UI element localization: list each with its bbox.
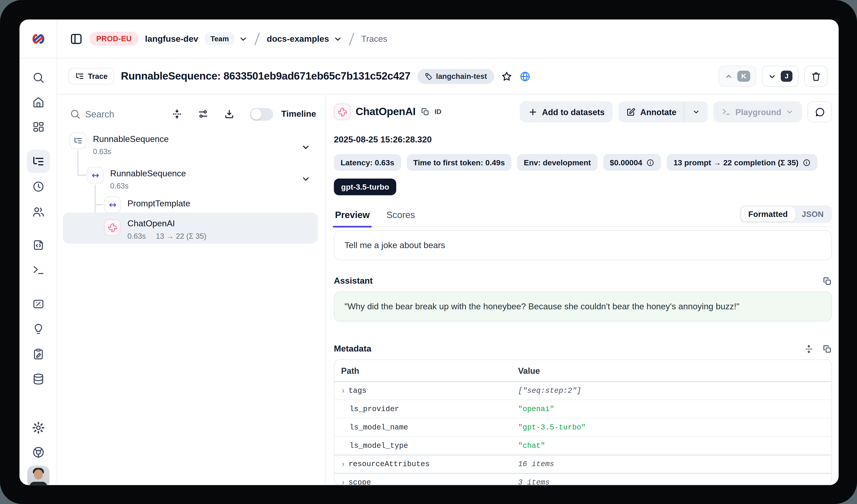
- tab-preview[interactable]: Preview: [334, 210, 371, 227]
- sidebar-item-tracing-active[interactable]: [27, 150, 50, 173]
- sessions-clock-icon[interactable]: [32, 180, 45, 193]
- collapse-node-icon[interactable]: [301, 174, 310, 184]
- metadata-value: "openai": [518, 405, 831, 413]
- span-node-icon: [104, 196, 121, 213]
- tree-node-label[interactable]: RunnableSequence: [110, 169, 186, 179]
- metadata-table-header: Path Value: [334, 360, 831, 381]
- copy-icon[interactable]: [823, 344, 832, 353]
- table-row[interactable]: ›resourceAttributes 16 items: [334, 454, 831, 473]
- json-option[interactable]: JSON: [795, 207, 830, 221]
- tab-scores[interactable]: Scores: [385, 210, 416, 227]
- prompts-file-code-icon[interactable]: [32, 239, 45, 251]
- org-name[interactable]: langfuse-dev: [145, 34, 198, 44]
- add-to-datasets-button[interactable]: Add to datasets: [520, 101, 613, 122]
- title-bar-actions: K J: [719, 66, 827, 87]
- support-lifebuoy-icon[interactable]: [31, 446, 45, 459]
- environment-badge[interactable]: PROD-EU: [90, 32, 138, 46]
- org-switcher[interactable]: Team: [205, 32, 248, 45]
- copy-icon[interactable]: [823, 276, 832, 285]
- tree-connector: [77, 175, 86, 176]
- format-toggle: Formatted JSON: [739, 205, 832, 223]
- trace-node-icon: [69, 132, 86, 149]
- expand-chevron-icon[interactable]: ›: [341, 459, 345, 469]
- playground-button[interactable]: Playground: [713, 101, 802, 122]
- dashboard-icon[interactable]: [32, 121, 45, 134]
- formatted-option[interactable]: Formatted: [741, 207, 795, 221]
- expand-chevron-icon[interactable]: ›: [341, 478, 345, 485]
- panel-left-icon[interactable]: [69, 32, 83, 45]
- timeline-label: Timeline: [281, 109, 316, 119]
- breadcrumb-section[interactable]: Traces: [361, 34, 387, 44]
- assistant-label: Assistant: [334, 276, 373, 286]
- trace-tag-label: langchain-test: [436, 72, 487, 80]
- env-badge: Env: development: [517, 154, 598, 171]
- tokens-badge[interactable]: 13 prompt → 22 completion (Σ 35): [667, 154, 818, 171]
- observation-id-label[interactable]: ID: [435, 108, 441, 116]
- list-tree-icon: [75, 72, 84, 81]
- span-node-icon: [87, 167, 103, 184]
- expand-rows-icon[interactable]: [804, 344, 814, 353]
- user-avatar[interactable]: [27, 466, 49, 485]
- table-row[interactable]: ls_provider "openai": [334, 399, 831, 418]
- annotation-clipboard-icon[interactable]: [32, 348, 45, 361]
- trace-tag[interactable]: langchain-test: [417, 69, 494, 84]
- playground-terminal-icon[interactable]: [32, 264, 45, 277]
- metadata-heading: Metadata: [334, 344, 371, 354]
- tag-icon: [424, 72, 433, 80]
- insights-lightbulb-icon[interactable]: [32, 323, 45, 335]
- cost-badge[interactable]: $0.00004: [603, 154, 661, 171]
- users-icon[interactable]: [31, 205, 45, 219]
- column-value: Value: [518, 366, 831, 375]
- tree-node-duration: 0.63s: [128, 232, 146, 240]
- table-row[interactable]: ls_model_name "gpt-3.5-turbo": [334, 418, 831, 436]
- comments-button[interactable]: [807, 101, 832, 122]
- org-type-badge: Team: [205, 32, 234, 45]
- prev-trace-button[interactable]: K: [719, 66, 756, 87]
- table-row[interactable]: ›tags ["seq:step:2"]: [334, 381, 831, 399]
- avatar-shirt: [29, 482, 47, 485]
- download-icon[interactable]: [224, 108, 235, 120]
- tree-search-input[interactable]: [85, 109, 152, 119]
- star-icon[interactable]: [501, 70, 512, 82]
- settings-gear-icon[interactable]: [31, 421, 45, 434]
- collapse-all-icon[interactable]: [172, 108, 183, 120]
- ttft-badge: Time to first token: 0.49s: [406, 154, 511, 171]
- cost-value: $0.00004: [610, 158, 642, 167]
- datasets-database-icon[interactable]: [32, 372, 45, 385]
- tree-node-label[interactable]: PromptTemplate: [128, 198, 190, 209]
- evaluation-icon[interactable]: [32, 298, 45, 311]
- project-switcher[interactable]: docs-examples: [267, 34, 342, 44]
- delete-trace-button[interactable]: [804, 66, 828, 87]
- table-row[interactable]: ls_model_type "chat": [334, 436, 831, 454]
- home-icon[interactable]: [32, 95, 45, 108]
- model-badge[interactable]: gpt-3.5-turbo: [334, 179, 397, 195]
- tree-node-label[interactable]: RunnableSequence: [93, 134, 169, 144]
- collapse-node-icon[interactable]: [301, 142, 310, 152]
- langfuse-logo[interactable]: [30, 33, 47, 45]
- tree-node-label[interactable]: ChatOpenAI: [128, 219, 175, 229]
- annotate-label: Annotate: [640, 107, 676, 117]
- annotate-button[interactable]: Annotate: [619, 101, 684, 122]
- arrows-left-right-icon: [107, 200, 117, 209]
- kbd-hint-j: J: [781, 71, 792, 82]
- fan-icon: [107, 223, 117, 232]
- detail-tabs: Preview Scores Formatted JSON: [334, 205, 832, 227]
- expand-chevron-icon[interactable]: ›: [341, 386, 345, 396]
- search-icon[interactable]: [32, 71, 45, 84]
- project-name: docs-examples: [267, 34, 329, 44]
- tree-node-tokens: 13 → 22 (Σ 35): [156, 232, 206, 240]
- observation-badges: Latency: 0.63s Time to first token: 0.49…: [334, 154, 832, 171]
- breadcrumb-separator: [254, 32, 260, 45]
- globe-icon[interactable]: [519, 70, 531, 82]
- metadata-value: "chat": [518, 441, 831, 450]
- table-row[interactable]: ›scope 3 items: [334, 473, 831, 485]
- trace-title-bar: Trace RunnableSequence: 8633501eb9ad671e…: [57, 58, 839, 95]
- metadata-key: resourceAttributes: [349, 460, 430, 468]
- next-trace-button[interactable]: J: [762, 66, 799, 87]
- view-settings-icon[interactable]: [198, 108, 209, 120]
- annotate-dropdown-button[interactable]: [685, 101, 708, 122]
- annotate-button-group: Annotate: [619, 101, 708, 122]
- app-window: PROD-EU langfuse-dev Team docs-examples …: [19, 19, 839, 485]
- copy-icon[interactable]: [421, 107, 430, 116]
- timeline-toggle[interactable]: [250, 107, 273, 120]
